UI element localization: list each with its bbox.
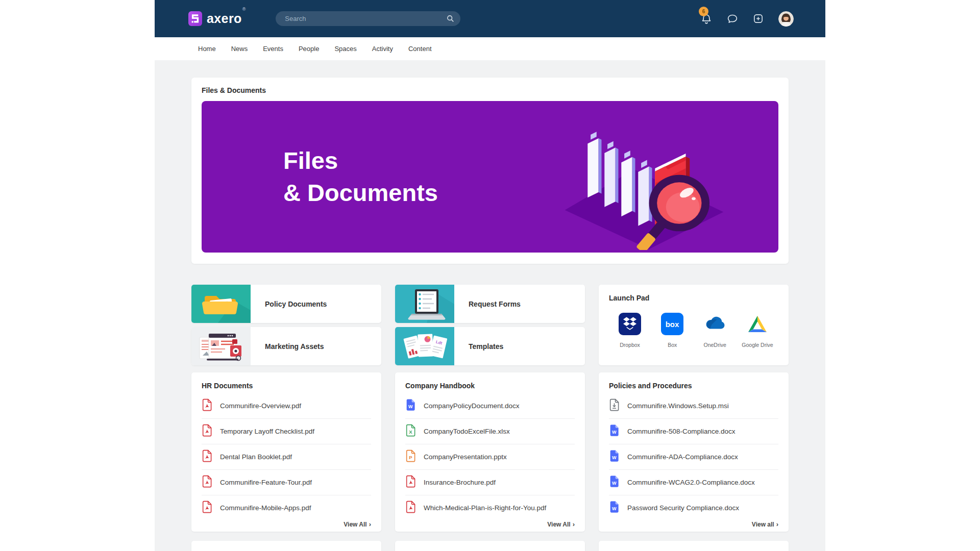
- notifications-button[interactable]: 6: [700, 13, 713, 25]
- file-list: W CompanyPolicyDocument.docx X CompanyTo…: [405, 393, 575, 520]
- quick-link-request-forms[interactable]: Request Forms: [395, 285, 585, 323]
- svg-text:W: W: [612, 430, 617, 435]
- hero-banner: Files & Documents: [202, 101, 778, 253]
- chevron-right-icon: ›: [776, 520, 778, 528]
- file-row[interactable]: W Communifire-ADA-Compliance.docx: [609, 444, 778, 470]
- file-row[interactable]: W Password Security Compliance.docx: [609, 495, 778, 520]
- create-button[interactable]: [752, 13, 765, 25]
- page-content: Files & Documents Files & Documents: [155, 60, 825, 551]
- banner-title: Files & Documents: [283, 145, 438, 208]
- file-row[interactable]: W CompanyPolicyDocument.docx: [405, 393, 575, 419]
- docx-file-icon: W: [609, 424, 620, 439]
- menu-item-activity[interactable]: Activity: [372, 45, 393, 53]
- docx-file-icon: W: [609, 500, 620, 515]
- pdf-file-icon: [202, 449, 212, 464]
- tile-label: Policy Documents: [265, 300, 327, 308]
- tile-label: Templates: [469, 342, 503, 350]
- file-row[interactable]: W Communifire-508-Compliance.docx: [609, 419, 778, 444]
- file-name: Communifire-508-Compliance.docx: [627, 428, 736, 435]
- dropbox-icon: [619, 313, 641, 337]
- doc-card-title: HR Documents: [202, 382, 371, 390]
- file-row[interactable]: Dental Plan Booklet.pdf: [202, 444, 371, 470]
- file-row[interactable]: X CompanyTodoExcelFile.xlsx: [405, 419, 575, 444]
- top-navbar: axero® 6: [155, 0, 825, 37]
- file-row[interactable]: Insurance-Brochure.pdf: [405, 470, 575, 495]
- laptop-checklist-illustration: [395, 285, 454, 323]
- user-avatar[interactable]: [778, 11, 794, 27]
- file-name: Communifire-ADA-Compliance.docx: [627, 453, 738, 461]
- file-row[interactable]: Communifire-Feature-Tour.pdf: [202, 470, 371, 495]
- plus-square-icon: [752, 13, 764, 24]
- search-icon[interactable]: [447, 15, 454, 22]
- file-list: Communifire-Overview.pdf Temporary Layof…: [202, 393, 371, 520]
- quick-link-policy-documents[interactable]: Policy Documents: [191, 285, 381, 323]
- app-label: Google Drive: [742, 342, 773, 348]
- pdf-file-icon: [202, 500, 212, 515]
- menu-item-people[interactable]: People: [299, 45, 319, 53]
- file-name: CompanyTodoExcelFile.xlsx: [424, 428, 510, 435]
- registered-mark: ®: [242, 7, 246, 12]
- pdf-file-icon: [202, 424, 212, 439]
- partial-card: [599, 541, 789, 551]
- file-row[interactable]: P CompanyPresentation.pptx: [405, 444, 575, 470]
- primary-nav: HomeNewsEventsPeopleSpacesActivityConten…: [155, 37, 825, 60]
- view-all-link[interactable]: View All›: [344, 520, 371, 530]
- quick-link-marketing-assets[interactable]: Marketing Assets: [191, 327, 381, 365]
- partial-card: [395, 541, 585, 551]
- chevron-right-icon: ›: [369, 520, 371, 528]
- svg-text:W: W: [408, 404, 413, 409]
- view-all-link[interactable]: View All›: [547, 520, 575, 530]
- file-row[interactable]: Communifire.Windows.Setup.msi: [609, 393, 778, 419]
- files-documents-card: Files & Documents Files & Documents: [191, 78, 789, 264]
- page: axero® 6: [0, 0, 980, 551]
- avatar-image: [778, 11, 794, 27]
- view-all-link[interactable]: View all›: [752, 520, 778, 530]
- launch-pad-apps: Dropbox box Box OneDrive Google Drive: [609, 313, 778, 348]
- google-drive-icon: [746, 313, 769, 337]
- docx-file-icon: W: [609, 475, 620, 490]
- menu-item-content[interactable]: Content: [408, 45, 432, 53]
- launch-app-dropbox[interactable]: Dropbox: [611, 313, 649, 348]
- menu-item-events[interactable]: Events: [263, 45, 283, 53]
- partial-card: [191, 541, 381, 551]
- file-name: Which-Medical-Plan-is-Right-for-You.pdf: [424, 504, 546, 512]
- doc-card-hr-documents: HR Documents Communifire-Overview.pdf Te…: [191, 372, 381, 532]
- global-search: [276, 11, 460, 26]
- pdf-file-icon: [405, 475, 416, 490]
- svg-text:P: P: [409, 455, 412, 460]
- file-row[interactable]: Temporary Layoff Checklist.pdf: [202, 419, 371, 444]
- launch-app-google-drive[interactable]: Google Drive: [739, 313, 776, 348]
- file-name: CompanyPolicyDocument.docx: [424, 402, 520, 410]
- file-name: Communifire-Overview.pdf: [220, 402, 301, 410]
- file-row[interactable]: Communifire-Mobile-Apps.pdf: [202, 495, 371, 520]
- launch-pad-card: Launch Pad Dropbox box Box OneDrive Goog…: [599, 285, 789, 365]
- global-search-input[interactable]: [276, 11, 460, 26]
- file-name: Communifire.Windows.Setup.msi: [627, 402, 729, 410]
- file-name: Communifire-Feature-Tour.pdf: [220, 479, 312, 486]
- launch-app-box[interactable]: box Box: [653, 313, 691, 348]
- quick-link-templates[interactable]: Ldt Templates: [395, 327, 585, 365]
- file-name: CompanyPresentation.pptx: [424, 453, 507, 461]
- pptx-file-icon: P: [405, 449, 416, 464]
- file-row[interactable]: Communifire-Overview.pdf: [202, 393, 371, 419]
- file-name: Dental Plan Booklet.pdf: [220, 453, 292, 461]
- messages-button[interactable]: [726, 13, 739, 25]
- axero-logo[interactable]: axero®: [188, 11, 245, 26]
- file-row[interactable]: W Communifire-WCAG2.0-Compliance.docx: [609, 470, 778, 495]
- menu-item-home[interactable]: Home: [198, 45, 216, 53]
- card-title: Files & Documents: [202, 86, 778, 94]
- launch-pad-title: Launch Pad: [609, 294, 778, 302]
- chat-icon: [726, 13, 739, 25]
- menu-item-spaces[interactable]: Spaces: [334, 45, 356, 53]
- menu-item-news[interactable]: News: [231, 45, 248, 53]
- axero-logo-mark: [188, 11, 202, 26]
- pdf-file-icon: [202, 475, 212, 490]
- notification-badge: 6: [699, 7, 708, 16]
- app-window: axero® 6: [155, 0, 825, 551]
- file-row[interactable]: Which-Medical-Plan-is-Right-for-You.pdf: [405, 495, 575, 520]
- onedrive-icon: [703, 313, 727, 337]
- folders-magnifier-illustration: [559, 107, 727, 250]
- launch-app-onedrive[interactable]: OneDrive: [696, 313, 734, 348]
- doc-card-company-handbook: Company Handbook W CompanyPolicyDocument…: [395, 372, 585, 532]
- app-label: Dropbox: [620, 342, 640, 348]
